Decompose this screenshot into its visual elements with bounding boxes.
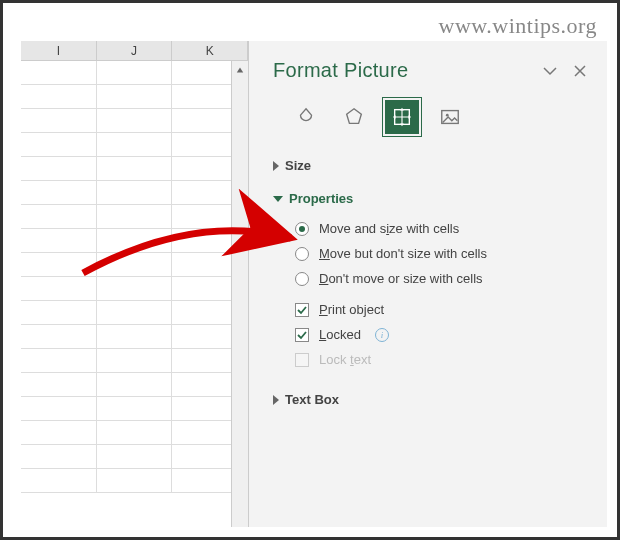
- cell[interactable]: [21, 157, 97, 180]
- cell[interactable]: [21, 349, 97, 372]
- cell[interactable]: [97, 133, 173, 156]
- cell[interactable]: [21, 277, 97, 300]
- column-headers: I J K: [21, 41, 248, 61]
- cell[interactable]: [21, 325, 97, 348]
- close-icon[interactable]: [573, 64, 587, 78]
- section-size-header[interactable]: Size: [273, 152, 587, 179]
- cell[interactable]: [97, 181, 173, 204]
- check-print-object[interactable]: Print object: [295, 297, 587, 322]
- cell[interactable]: [97, 397, 173, 420]
- radio-move-and-size[interactable]: Move and size with cells: [295, 216, 587, 241]
- collapse-icon: [273, 196, 283, 202]
- cell[interactable]: [21, 373, 97, 396]
- checkbox-label: Lock text: [319, 352, 371, 367]
- tab-size-properties[interactable]: [385, 100, 419, 134]
- cell[interactable]: [97, 109, 173, 132]
- cell[interactable]: [21, 301, 97, 324]
- expand-icon: [273, 161, 279, 171]
- check-lock-text: Lock text: [295, 347, 587, 372]
- cell[interactable]: [97, 445, 173, 468]
- cell[interactable]: [97, 85, 173, 108]
- radio-dont-move-size[interactable]: Don't move or size with cells: [295, 266, 587, 291]
- cell[interactable]: [97, 205, 173, 228]
- radio-icon: [295, 247, 309, 261]
- section-textbox-label: Text Box: [285, 392, 339, 407]
- tab-effects[interactable]: [337, 100, 371, 134]
- cell[interactable]: [97, 61, 173, 84]
- info-icon[interactable]: i: [375, 328, 389, 342]
- cell[interactable]: [21, 421, 97, 444]
- tab-fill-line[interactable]: [289, 100, 323, 134]
- tab-picture[interactable]: [433, 100, 467, 134]
- cell[interactable]: [21, 109, 97, 132]
- cell[interactable]: [97, 277, 173, 300]
- section-textbox-header[interactable]: Text Box: [273, 386, 587, 413]
- panel-title: Format Picture: [273, 59, 408, 82]
- cell[interactable]: [21, 133, 97, 156]
- panel-options-icon[interactable]: [543, 64, 557, 78]
- format-picture-panel: Format Picture: [249, 41, 607, 527]
- cell[interactable]: [21, 397, 97, 420]
- checkbox-icon: [295, 303, 309, 317]
- radio-label: Don't move or size with cells: [319, 271, 483, 286]
- cell[interactable]: [97, 229, 173, 252]
- checkbox-label: Locked: [319, 327, 361, 342]
- expand-icon: [273, 395, 279, 405]
- cell[interactable]: [97, 301, 173, 324]
- cell[interactable]: [21, 469, 97, 492]
- radio-icon: [295, 222, 309, 236]
- section-properties-label: Properties: [289, 191, 353, 206]
- cell[interactable]: [97, 373, 173, 396]
- svg-marker-0: [347, 109, 362, 124]
- col-header-j[interactable]: J: [97, 41, 173, 60]
- cell[interactable]: [97, 349, 173, 372]
- radio-label: Move and size with cells: [319, 221, 459, 236]
- radio-move-no-size[interactable]: Move but don't size with cells: [295, 241, 587, 266]
- cell[interactable]: [21, 181, 97, 204]
- checkbox-icon: [295, 353, 309, 367]
- cell[interactable]: [97, 469, 173, 492]
- scroll-up-button[interactable]: [232, 61, 248, 78]
- check-locked[interactable]: Locked i: [295, 322, 587, 347]
- radio-icon: [295, 272, 309, 286]
- radio-label: Move but don't size with cells: [319, 246, 487, 261]
- col-header-k[interactable]: K: [172, 41, 248, 60]
- cell[interactable]: [21, 445, 97, 468]
- section-size-label: Size: [285, 158, 311, 173]
- section-properties-header[interactable]: Properties: [273, 185, 587, 212]
- cell[interactable]: [97, 325, 173, 348]
- cell[interactable]: [21, 85, 97, 108]
- cell[interactable]: [21, 205, 97, 228]
- cell[interactable]: [21, 253, 97, 276]
- scrollbar-vertical[interactable]: [231, 61, 248, 527]
- cell[interactable]: [21, 61, 97, 84]
- watermark: www.wintips.org: [439, 13, 597, 39]
- checkbox-icon: [295, 328, 309, 342]
- checkbox-label: Print object: [319, 302, 384, 317]
- col-header-i[interactable]: I: [21, 41, 97, 60]
- spreadsheet-grid: I J K: [21, 41, 249, 527]
- cell[interactable]: [97, 253, 173, 276]
- cell[interactable]: [97, 157, 173, 180]
- cell[interactable]: [21, 229, 97, 252]
- cell[interactable]: [97, 421, 173, 444]
